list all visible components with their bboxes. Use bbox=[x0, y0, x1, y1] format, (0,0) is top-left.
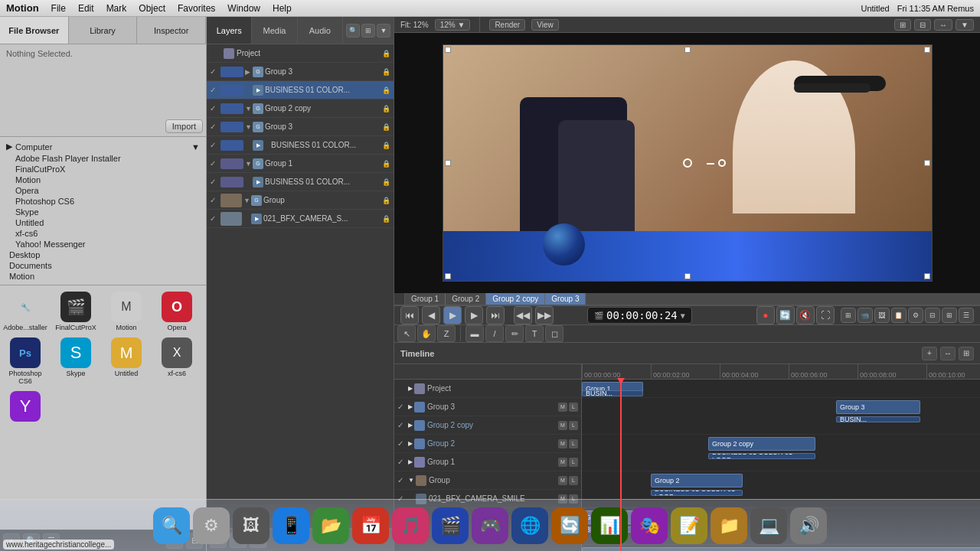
tree-motion[interactable]: Motion bbox=[3, 174, 203, 185]
dock-finder[interactable]: 🔍 bbox=[153, 507, 190, 544]
menu-window[interactable]: Window bbox=[227, 3, 260, 14]
app-icon-finalcut[interactable]: 🎬 FinalCutProX bbox=[54, 292, 98, 331]
dock-itunes[interactable]: 🎵 bbox=[392, 507, 429, 544]
layer-group3sub[interactable]: ✓ ▼ G Group 3 🔒 bbox=[207, 118, 394, 136]
tree-desktop[interactable]: Desktop bbox=[3, 249, 203, 260]
computer-dropdown[interactable]: ▼ bbox=[191, 142, 200, 152]
app-icon-skype[interactable]: S Skype bbox=[54, 337, 98, 385]
g3-mute[interactable]: M bbox=[558, 403, 567, 412]
layer-group[interactable]: ✓ ▼ G Group 🔒 bbox=[207, 191, 394, 210]
tab-inspector[interactable]: Inspector bbox=[137, 17, 206, 44]
preview-extra3[interactable]: ↔ bbox=[934, 19, 952, 31]
clip-group3[interactable]: Group 3 bbox=[836, 400, 920, 414]
tl-fit-btn[interactable]: ⊞ bbox=[959, 347, 974, 360]
tl-mask-btn[interactable]: ◻ bbox=[545, 325, 564, 342]
ctrl2[interactable]: 📹 bbox=[858, 308, 873, 323]
import-button[interactable]: Import bbox=[165, 119, 203, 133]
preview-extra4[interactable]: ▼ bbox=[956, 19, 974, 31]
tree-photoshop[interactable]: Photoshop CS6 bbox=[3, 196, 203, 207]
menu-favorites[interactable]: Favorites bbox=[178, 3, 215, 14]
dock-sync[interactable]: 🔄 bbox=[551, 507, 588, 544]
app-icon-untitled[interactable]: M Untitled bbox=[104, 337, 149, 385]
render-btn[interactable]: Render bbox=[489, 19, 525, 31]
tab-library[interactable]: Library bbox=[69, 17, 138, 44]
layer-business01sub[interactable]: ✓ ▶ BUSINESS 01 COLOR... 🔒 bbox=[207, 136, 394, 155]
layer-group1[interactable]: ✓ ▼ G Group 1 🔒 bbox=[207, 155, 394, 173]
project-expand[interactable]: ▶ bbox=[408, 385, 413, 392]
dock-imovie[interactable]: 🎬 bbox=[432, 507, 469, 544]
dock-comp[interactable]: 💻 bbox=[750, 507, 787, 544]
record-btn[interactable]: ● bbox=[756, 306, 775, 324]
grp-mute[interactable]: M bbox=[558, 476, 567, 485]
dock-files[interactable]: 📁 bbox=[710, 507, 747, 544]
menu-object[interactable]: Object bbox=[139, 3, 165, 14]
tree-xfcs6[interactable]: xf-cs6 bbox=[3, 228, 203, 239]
layers-search-btn[interactable]: 🔍 bbox=[346, 24, 360, 37]
time-dropdown[interactable]: ▼ bbox=[681, 311, 685, 320]
step-fwd-btn[interactable]: ▶ bbox=[465, 306, 483, 324]
ctrl4[interactable]: 📋 bbox=[891, 308, 906, 323]
menu-mark[interactable]: Mark bbox=[106, 3, 127, 14]
ctrl5[interactable]: ⚙ bbox=[908, 308, 923, 323]
tree-documents[interactable]: Documents bbox=[3, 260, 203, 271]
group3-expand[interactable]: ▶ bbox=[408, 403, 413, 410]
g1-lock[interactable]: L bbox=[569, 458, 578, 467]
computer-header[interactable]: ▶ Computer ▼ bbox=[3, 140, 203, 153]
tl-rect-btn[interactable]: ▬ bbox=[466, 325, 484, 342]
view-btn[interactable]: View bbox=[531, 19, 559, 31]
app-icon-photoshop[interactable]: Ps Photoshop CS6 bbox=[3, 337, 47, 385]
audio-back-btn[interactable]: ◀◀ bbox=[514, 306, 532, 324]
layer-group3[interactable]: ✓ ▶ G Group 3 🔒 bbox=[207, 63, 394, 81]
g2-expand[interactable]: ▶ bbox=[408, 440, 413, 447]
tl-track-group3[interactable]: ✓ ▶ Group 3 M L bbox=[394, 398, 581, 416]
track-group1[interactable]: Group 1 bbox=[405, 293, 446, 305]
layers-filter-btn[interactable]: ⊞ bbox=[361, 24, 375, 37]
tl-text-btn[interactable]: T bbox=[525, 325, 544, 342]
dock-stats[interactable]: 📊 bbox=[591, 507, 628, 544]
tab-file-browser[interactable]: File Browser bbox=[0, 17, 69, 44]
tree-adobe[interactable]: Adobe Flash Player Installer bbox=[3, 153, 203, 164]
clip-busin2[interactable]: BUSINESS 01 COLOR 01 LOOP bbox=[651, 490, 743, 496]
layer-group2copy[interactable]: ✓ ▼ G Group 2 copy 🔒 bbox=[207, 99, 394, 118]
dock-safari[interactable]: 📂 bbox=[312, 507, 349, 544]
dock-vol[interactable]: 🔊 bbox=[790, 507, 827, 544]
tl-track-group2copy[interactable]: ✓ ▶ Group 2 copy M L bbox=[394, 416, 581, 435]
play-btn[interactable]: ▶ bbox=[443, 306, 462, 324]
tl-select-btn[interactable]: ↖ bbox=[397, 325, 416, 342]
tl-track-group1[interactable]: ✓ ▶ Group 1 M L bbox=[394, 453, 581, 471]
audio-fwd-btn[interactable]: ▶▶ bbox=[535, 306, 554, 324]
tab-layers[interactable]: Layers bbox=[207, 17, 252, 44]
track-group3[interactable]: Group 3 bbox=[545, 293, 586, 305]
tl-track-project[interactable]: ▶ Project bbox=[394, 380, 581, 398]
tl-track-group[interactable]: ✓ ▼ Group M L bbox=[394, 471, 581, 490]
dock-motion[interactable]: 🎭 bbox=[631, 507, 668, 544]
tl-line-btn[interactable]: / bbox=[485, 325, 504, 342]
app-icon-xfcs6[interactable]: X xf-cs6 bbox=[155, 337, 199, 385]
tl-add-btn[interactable]: + bbox=[922, 347, 937, 360]
ctrl1[interactable]: ⊞ bbox=[841, 308, 856, 323]
tree-motion2[interactable]: Motion bbox=[3, 271, 203, 282]
tl-hand-btn[interactable]: ✋ bbox=[417, 325, 436, 342]
g2copy-expand[interactable]: ▶ bbox=[408, 422, 413, 429]
tl-ext-btn[interactable]: ↔ bbox=[940, 347, 956, 360]
g2-mute[interactable]: M bbox=[558, 439, 567, 448]
ctrl7[interactable]: ⊞ bbox=[942, 308, 957, 323]
app-icon-yahoo[interactable]: Y Yahoo!...anger bbox=[3, 391, 47, 423]
tree-opera[interactable]: Opera bbox=[3, 185, 203, 196]
dock-photos[interactable]: 🖼 bbox=[233, 507, 270, 544]
goto-end-btn[interactable]: ⏭ bbox=[486, 306, 505, 324]
layers-extra-btn[interactable]: ▼ bbox=[377, 24, 390, 37]
layer-bfx[interactable]: ✓ ▶ 021_BFX_CAMERA_S... 🔒 bbox=[207, 210, 394, 228]
tab-audio[interactable]: Audio bbox=[298, 17, 343, 44]
clip-busin1[interactable]: BUSIN... bbox=[582, 390, 643, 396]
grp-expand[interactable]: ▼ bbox=[408, 477, 414, 484]
tl-track-group2[interactable]: ✓ ▶ Group 2 M L bbox=[394, 435, 581, 453]
g1-mute[interactable]: M bbox=[558, 458, 567, 467]
dock-calendar[interactable]: 📅 bbox=[352, 507, 389, 544]
g3-lock[interactable]: L bbox=[569, 403, 578, 412]
g2-lock[interactable]: L bbox=[569, 439, 578, 448]
g1-expand[interactable]: ▶ bbox=[408, 458, 413, 465]
tree-yahoo[interactable]: Yahoo! Messenger bbox=[3, 239, 203, 249]
tl-path-btn[interactable]: ✏ bbox=[505, 325, 524, 342]
dock-sysprefs[interactable]: ⚙ bbox=[193, 507, 230, 544]
